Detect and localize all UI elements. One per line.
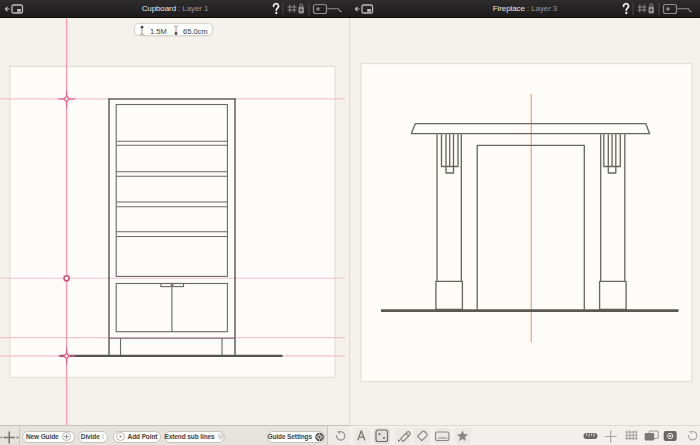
svg-text:65.0cm: 65.0cm (183, 27, 208, 36)
svg-text:1.5M: 1.5M (150, 27, 167, 36)
